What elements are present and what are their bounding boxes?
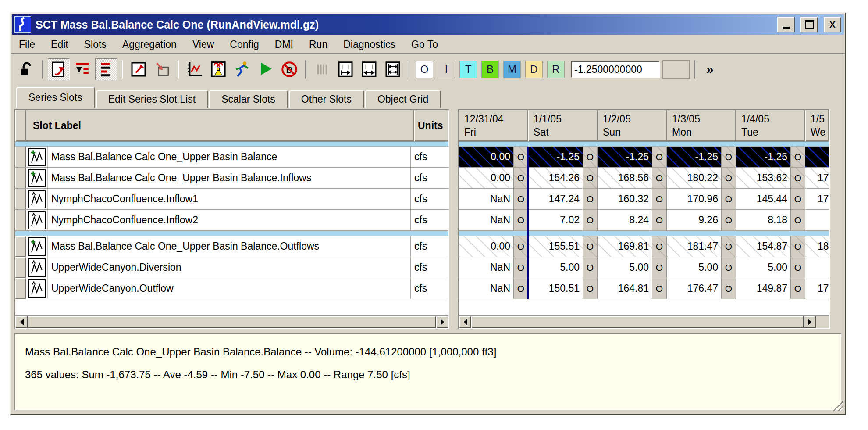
slot-row[interactable]: UpperWideCanyon.Diversioncfs xyxy=(15,257,448,278)
open-object-button[interactable] xyxy=(207,58,229,80)
value-cell[interactable]: 160.32 xyxy=(598,189,652,210)
menu-item-go-to[interactable]: Go To xyxy=(411,39,438,50)
output-flag-cell[interactable]: O xyxy=(583,147,598,168)
value-cell[interactable]: 154.26 xyxy=(528,168,583,189)
value-cell[interactable]: 8.18 xyxy=(736,210,790,231)
date-column-header[interactable]: 12/31/04Fri xyxy=(459,110,528,141)
left-horizontal-scrollbar[interactable] xyxy=(15,315,448,328)
flag-button-i[interactable]: I xyxy=(438,61,455,78)
date-column-header[interactable]: 1/5We xyxy=(805,110,829,141)
flag-button-r[interactable]: R xyxy=(547,61,565,78)
vertical-scrollbar-track[interactable] xyxy=(830,109,843,329)
scrollbar-thumb[interactable] xyxy=(471,316,804,328)
minimize-button[interactable] xyxy=(777,17,795,32)
output-flag-cell[interactable]: O xyxy=(790,210,805,231)
slot-label[interactable]: Mass Bal.Balance Calc One_Upper Basin Ba… xyxy=(48,168,411,188)
output-flag-cell[interactable]: O xyxy=(721,147,736,168)
close-button[interactable]: X xyxy=(824,17,841,32)
value-cell[interactable] xyxy=(805,147,829,168)
filter-slots-button[interactable] xyxy=(71,58,93,80)
maximize-button[interactable] xyxy=(800,17,818,32)
value-cell[interactable]: 17 xyxy=(805,189,830,210)
row-handle[interactable] xyxy=(15,168,26,188)
slot-row[interactable]: UpperWideCanyon.Outflowcfs xyxy=(15,278,448,299)
scroll-left-button[interactable] xyxy=(459,316,471,328)
slot-label[interactable]: Mass Bal.Balance Calc One_Upper Basin Ba… xyxy=(48,236,411,257)
value-cell[interactable] xyxy=(805,257,829,278)
title-bar[interactable]: SCT Mass Bal.Balance Calc One (RunAndVie… xyxy=(12,14,844,35)
value-cell[interactable]: NaN xyxy=(459,189,513,210)
col-width-right-button[interactable] xyxy=(334,58,356,80)
toolbar-overflow-button[interactable]: » xyxy=(706,62,714,77)
flag-button-d[interactable]: D xyxy=(525,61,543,78)
flag-button-b[interactable]: B xyxy=(481,61,499,78)
tab-series-slots[interactable]: Series Slots xyxy=(16,87,95,108)
output-flag-cell[interactable]: O xyxy=(652,189,667,210)
flag-button-m[interactable]: M xyxy=(503,61,521,78)
slot-row[interactable]: NymphChacoConfluence.Inflow1cfs xyxy=(15,189,448,210)
output-flag-cell[interactable]: O xyxy=(652,278,667,299)
output-flag-cell[interactable]: O xyxy=(583,189,598,210)
output-flag-cell[interactable]: O xyxy=(790,278,805,299)
flag-button-o[interactable]: O xyxy=(416,61,433,78)
slot-label[interactable]: Mass Bal.Balance Calc One_Upper Basin Ba… xyxy=(48,147,411,167)
row-handle[interactable] xyxy=(15,278,26,299)
row-handle[interactable] xyxy=(15,147,26,167)
date-column-header[interactable]: 1/4/05Tue xyxy=(736,110,805,141)
slot-label[interactable]: NymphChacoConfluence.Inflow2 xyxy=(48,210,411,230)
output-flag-cell[interactable]: O xyxy=(721,210,736,231)
value-cell[interactable]: 153.62 xyxy=(736,168,790,189)
date-column-header[interactable]: 1/1/05Sat xyxy=(528,110,598,141)
value-cell[interactable]: 149.87 xyxy=(736,278,790,299)
output-flag-cell[interactable]: O xyxy=(790,189,805,210)
scroll-right-button[interactable] xyxy=(436,316,448,328)
menu-item-dmi[interactable]: DMI xyxy=(275,39,293,50)
value-cell[interactable]: -1.25 xyxy=(528,147,583,168)
value-cell[interactable]: 5.00 xyxy=(528,257,583,278)
header-units[interactable]: Units xyxy=(414,110,448,141)
output-flag-cell[interactable]: O xyxy=(721,168,736,189)
value-cell[interactable]: 5.00 xyxy=(598,257,652,278)
cell-value-input[interactable] xyxy=(571,61,660,78)
slot-row[interactable]: Mass Bal.Balance Calc One_Upper Basin Ba… xyxy=(15,236,448,257)
value-cell[interactable]: -1.25 xyxy=(736,147,790,168)
slot-label[interactable]: UpperWideCanyon.Outflow xyxy=(48,278,411,299)
pane-divider[interactable] xyxy=(449,109,458,329)
value-cell[interactable]: -1.25 xyxy=(667,147,721,168)
plot-button[interactable] xyxy=(184,58,206,80)
output-flag-cell[interactable]: O xyxy=(583,210,598,231)
output-flag-cell[interactable]: O xyxy=(513,236,528,257)
output-flag-cell[interactable]: O xyxy=(513,257,528,278)
header-slot-label[interactable]: Slot Label xyxy=(26,110,414,141)
value-cell[interactable]: 5.00 xyxy=(736,257,790,278)
output-flag-cell[interactable]: O xyxy=(513,189,528,210)
collapse-dialog-button[interactable] xyxy=(151,58,173,80)
value-cell[interactable]: 154.87 xyxy=(736,236,790,257)
row-handle[interactable] xyxy=(15,189,26,209)
value-cell[interactable]: NaN xyxy=(459,257,513,278)
menu-item-diagnostics[interactable]: Diagnostics xyxy=(343,39,395,50)
value-cell[interactable]: 5.00 xyxy=(667,257,721,278)
value-cell[interactable]: 145.44 xyxy=(736,189,790,210)
col-width-full-button[interactable] xyxy=(382,58,404,80)
flag-button-t[interactable]: T xyxy=(459,61,477,78)
output-flag-cell[interactable]: O xyxy=(583,257,598,278)
output-flag-cell[interactable]: O xyxy=(652,147,667,168)
value-cell[interactable]: 147.24 xyxy=(528,189,583,210)
value-cell[interactable]: -1.25 xyxy=(598,147,652,168)
output-flag-cell[interactable]: O xyxy=(652,210,667,231)
slot-row[interactable]: Mass Bal.Balance Calc One_Upper Basin Ba… xyxy=(15,168,448,189)
scrollbar-thumb[interactable] xyxy=(28,316,436,328)
output-flag-cell[interactable]: O xyxy=(513,147,528,168)
output-flag-cell[interactable]: O xyxy=(652,236,667,257)
value-cell[interactable]: 150.51 xyxy=(528,278,583,299)
output-flag-cell[interactable]: O xyxy=(583,168,598,189)
expand-dialog-button[interactable] xyxy=(128,58,149,80)
scroll-right-button[interactable] xyxy=(804,316,816,328)
value-cell[interactable] xyxy=(805,210,829,231)
slot-row[interactable]: NymphChacoConfluence.Inflow2cfs xyxy=(15,210,448,231)
value-cell[interactable]: 168.56 xyxy=(598,168,652,189)
start-run-button[interactable] xyxy=(255,58,277,80)
value-cell[interactable]: 0.00 xyxy=(459,168,513,189)
value-cell[interactable]: 17 xyxy=(805,168,830,189)
